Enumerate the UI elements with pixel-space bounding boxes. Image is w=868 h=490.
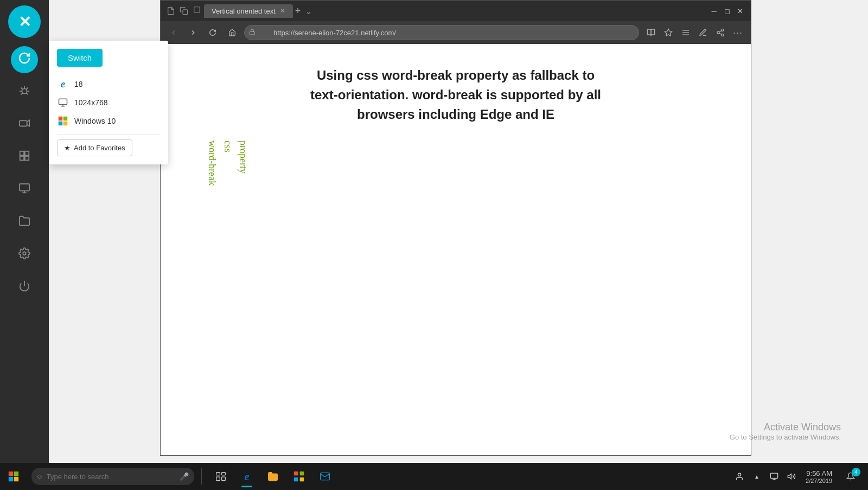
popup-menu: Switch e 18 1024x768 Windows 10 ★ [49,41,168,164]
sidebar-icon-monitor[interactable] [11,176,38,203]
favorites-icon[interactable] [661,25,676,40]
popup-resolution: 1024x768 [57,93,160,112]
switch-button[interactable]: Switch [57,49,103,67]
vertical-text: word-breakcssproperty [204,141,251,186]
new-tab-button[interactable]: + [295,5,301,17]
popup-os: Windows 10 [57,112,160,130]
taskbar-chevron-icon[interactable]: ▲ [749,469,764,484]
taskbar-time-display: 9:56 AM [806,469,832,478]
taskview-button[interactable] [209,464,233,488]
share-icon[interactable] [713,25,728,40]
star-icon: ★ [64,144,71,152]
taskbar-date-display: 2/27/2019 [806,478,832,484]
forward-button[interactable] [186,25,201,40]
address-url: https://serene-elion-72ce21.netlify.com/ [273,29,396,37]
tab-page-icon [193,6,201,16]
svg-rect-7 [20,151,24,155]
svg-rect-22 [63,122,68,126]
sidebar-icon-layers[interactable] [11,144,38,171]
taskbar-system-tray: ▲ 9:56 AM 2/27/2019 4 [726,464,868,488]
taskbar-clock[interactable]: 9:56 AM 2/27/2019 [801,469,837,484]
svg-rect-25 [250,31,255,35]
home-button[interactable] [225,25,240,40]
add-to-favorites-button[interactable]: ★ Add to Favorites [57,139,132,156]
sidebar-icon-folder[interactable] [11,209,38,236]
sidebar-close-button[interactable]: ✕ [8,5,41,38]
taskbar-search-input[interactable] [47,473,175,481]
microphone-icon[interactable]: 🎤 [180,472,189,481]
more-button[interactable]: ··· [730,25,745,40]
taskbar-store-button[interactable] [287,464,311,488]
titlebar-page-icons [166,6,189,16]
svg-rect-43 [294,472,298,476]
taskbar-people-icon[interactable] [732,469,747,484]
tab-dropdown-button[interactable]: ⌄ [305,6,312,16]
tab-close-button[interactable]: ✕ [280,7,285,15]
refresh-button[interactable] [205,25,220,40]
sidebar-icon-settings[interactable] [11,241,38,269]
svg-rect-21 [59,122,63,126]
browser-tab[interactable]: Vertical oriented text ✕ [204,4,293,18]
svg-rect-20 [63,117,68,121]
hub-icon[interactable] [678,25,693,40]
windows-popup-icon [57,115,69,127]
sidebar-icon-video[interactable] [11,111,38,138]
back-button[interactable] [166,25,181,40]
gear-icon [18,247,30,263]
browser-addressbar: https://serene-elion-72ce21.netlify.com/… [161,21,751,44]
os-label: Windows 10 [74,117,116,125]
svg-rect-48 [770,473,777,478]
svg-rect-45 [294,478,298,482]
svg-rect-37 [9,477,13,481]
taskbar-mail-button[interactable] [313,464,337,488]
monitor-icon [18,182,30,198]
search-circle-icon: ○ [37,472,42,481]
lock-icon [249,29,256,37]
reading-view-icon[interactable] [643,25,659,40]
notes-icon[interactable] [695,25,711,40]
taskbar-search[interactable]: ○ 🎤 [31,468,194,485]
sidebar-icon-power[interactable] [11,274,38,301]
taskbar-apps: e [209,464,337,488]
favorites-label: Add to Favorites [74,144,125,152]
layers-icon [18,150,30,165]
svg-rect-42 [222,477,226,481]
heading-line1: Using css word-break property as fallbac… [193,66,718,85]
svg-point-14 [23,252,26,255]
svg-rect-11 [20,184,29,191]
taskbar-explorer-button[interactable] [261,464,285,488]
activate-windows-title: Activate Windows [730,422,841,433]
svg-line-5 [26,93,28,95]
page-heading: Using css word-break property as fallbac… [193,66,718,124]
sidebar-icon-bug[interactable] [11,79,38,106]
heading-line2: text-orientation. word-break is supporte… [193,85,718,105]
popup-divider [57,135,160,135]
sidebar-icon-refresh[interactable] [11,46,38,73]
address-bar[interactable]: https://serene-elion-72ce21.netlify.com/ [244,25,639,40]
bug-icon [18,85,30,100]
notification-count-badge: 4 [852,468,860,476]
svg-rect-16 [59,99,67,105]
taskbar-ie-button[interactable]: e [235,464,259,488]
heading-line3: browsers including Edge and IE [193,105,718,124]
svg-rect-41 [216,477,220,481]
refresh-icon [18,52,31,68]
taskbar-notification-button[interactable]: 4 [839,464,863,488]
activate-windows-watermark: Activate Windows Go to Settings to activ… [730,422,841,441]
video-icon [18,117,30,132]
close-window-button[interactable]: ✕ [735,5,745,16]
toolbar-icons: ··· [643,25,745,40]
taskbar-network-icon[interactable] [767,469,782,484]
restore-button[interactable]: ◻ [722,5,732,16]
svg-rect-8 [25,151,29,155]
popup-ie-version: e 18 [57,75,160,93]
page-content: Using css word-break property as fallbac… [161,44,751,455]
minimize-button[interactable]: ─ [709,5,719,16]
svg-marker-26 [665,29,672,36]
taskbar-volume-icon[interactable] [784,469,799,484]
browser-window: Vertical oriented text ✕ + ⌄ ─ ◻ ✕ [160,0,751,456]
start-button[interactable] [0,463,27,490]
svg-rect-10 [25,156,29,160]
svg-rect-6 [20,120,27,126]
svg-point-30 [722,29,724,31]
